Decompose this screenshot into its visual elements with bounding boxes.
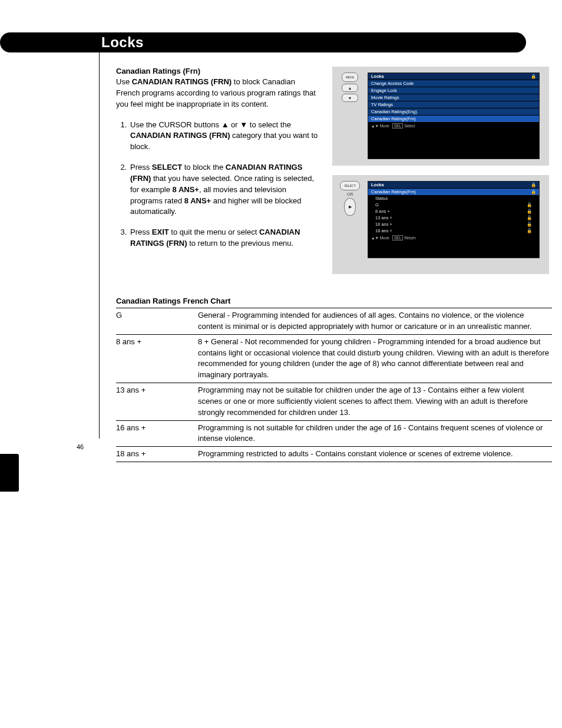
osd-title: Locks 🔒 <box>368 182 539 188</box>
remote-buttons-2: SELECT OR ▶ <box>337 181 363 216</box>
thumb-tab <box>0 454 19 492</box>
step-3: Press EXIT to quit the menu or select CA… <box>129 227 319 249</box>
page-number: 46 <box>77 443 84 450</box>
desc-cell: Programming restricted to adults - Conta… <box>198 447 552 462</box>
text: to select the <box>247 120 291 129</box>
text: Locks <box>371 182 384 187</box>
unlock-icon: 🔓 <box>527 209 532 214</box>
lock-icon: 🔒 <box>531 74 536 79</box>
text: G <box>375 202 379 207</box>
section-heading: Canadian Ratings (Frn) <box>116 67 319 75</box>
desc-cell: 8 + General - Not recommended for young … <box>198 334 552 383</box>
text: to return to the previous menu. <box>187 239 294 248</box>
osd-item-label: Engage Lock <box>371 88 397 93</box>
text-bold: 8 ANS+ <box>184 196 211 205</box>
text: Press <box>130 228 152 236</box>
body-text-column: Canadian Ratings (Frn) Use CANADIAN RATI… <box>116 67 319 259</box>
text: to quit the menu or select <box>169 228 259 236</box>
desc-cell: General - Programming intended for audie… <box>198 308 552 335</box>
osd-rating-row: 18 ans +🔓 <box>368 228 539 234</box>
osd-item-label: TV Ratings <box>371 102 393 107</box>
text: SEL <box>392 123 403 129</box>
table-row: 13 ans + Programming may not be suitable… <box>116 383 552 421</box>
text-bold: 8 ANS+ <box>173 185 199 194</box>
osd-hint: ▲▼ Move SEL Return <box>368 235 539 241</box>
text: SEL <box>392 235 403 241</box>
osd-rating-row: 16 ans +🔓 <box>368 221 539 228</box>
divider-vertical <box>99 49 100 439</box>
text: or <box>229 120 240 129</box>
unlock-icon: 🔓 <box>527 222 532 227</box>
osd-item: Engage Lock <box>368 87 539 94</box>
osd-item: Change Access Code <box>368 80 539 87</box>
chart-title: Canadian Ratings French Chart <box>116 297 527 305</box>
text: Locks <box>371 74 384 79</box>
text: Use <box>116 77 132 86</box>
title-bar: Locks <box>0 32 526 52</box>
osd-title: Locks 🔒 <box>368 73 539 80</box>
osd-screen-2: Locks 🔒 Canadian Ratings(Frn) 🔒 Status G… <box>368 181 540 258</box>
table-row: 8 ans + 8 + General - Not recommended fo… <box>116 334 552 383</box>
text: to block the <box>182 163 226 172</box>
remote-buttons-1: MENU ▲ ▼ <box>337 73 363 102</box>
osd-item: TV Ratings <box>368 101 539 108</box>
osd-item-label: Change Access Code <box>371 81 414 86</box>
osd-screen-1: Locks 🔒 Change Access Code Engage Lock M… <box>368 73 540 159</box>
osd-box-1: MENU ▲ ▼ Locks 🔒 Change Access Code Enga… <box>332 67 549 166</box>
osd-item-label: Canadian Ratings(Eng) <box>371 109 417 114</box>
desc-cell: Programming may not be suitable for chil… <box>198 383 552 421</box>
text-bold: CANADIAN RATINGS (FRN) <box>130 131 230 140</box>
down-arrow-icon: ▼ <box>240 120 247 129</box>
osd-subtitle: Canadian Ratings(Frn) 🔒 <box>368 189 539 195</box>
unlock-icon: 🔓 <box>527 202 532 207</box>
menu-button-icon: MENU <box>342 73 358 82</box>
intro-paragraph: Use CANADIAN RATINGS (FRN) to block Cana… <box>116 77 319 110</box>
up-button-icon: ▲ <box>342 84 358 92</box>
page: Locks Canadian Ratings (Frn) Use CANADIA… <box>0 0 562 462</box>
lock-icon: 🔒 <box>531 182 536 187</box>
osd-item-label: Canadian Ratings(Frn) <box>371 116 416 121</box>
text: 13 ans + <box>375 215 392 220</box>
unlock-icon: 🔓 <box>527 228 532 233</box>
table-row: 18 ans + Programming restricted to adult… <box>116 447 552 462</box>
down-button-icon: ▼ <box>342 94 358 102</box>
text-bold: CANADIAN RATINGS (FRN) <box>132 77 232 86</box>
step-2: Press SELECT to block the CANADIAN RATIN… <box>129 162 319 218</box>
osd-item: Canadian Ratings(Eng) <box>368 108 539 115</box>
ratings-table: G General - Programming intended for aud… <box>116 308 552 462</box>
or-label: OR <box>347 192 353 196</box>
table-row: G General - Programming intended for aud… <box>116 308 552 335</box>
text-bold: SELECT <box>152 163 182 172</box>
select-button-icon: SELECT <box>340 181 360 190</box>
steps-list: Use the CURSOR buttons ▲ or ▼ to select … <box>116 120 319 249</box>
text: 8 ans + <box>375 209 390 214</box>
desc-cell: Programming is not suitable for children… <box>198 420 552 447</box>
text: Return <box>404 236 416 240</box>
osd-hint: ▲▼ Move SEL Select <box>368 123 539 129</box>
text: 18 ans + <box>375 228 392 233</box>
table-row: 16 ans + Programming is not suitable for… <box>116 420 552 447</box>
text-bold: EXIT <box>152 228 169 236</box>
osd-item: Movie Ratings <box>368 94 539 101</box>
text: Press <box>130 163 152 172</box>
lock-icon: 🔒 <box>531 189 536 195</box>
rating-cell: 16 ans + <box>116 420 198 447</box>
unlock-icon: 🔓 <box>527 215 532 220</box>
osd-box-2: SELECT OR ▶ Locks 🔒 Canadian Ratings(Frn… <box>332 175 549 274</box>
osd-rating-row: G🔓 <box>368 202 539 208</box>
right-button-icon: ▶ <box>344 198 356 216</box>
osd-item-highlighted: Canadian Ratings(Frn) <box>368 116 539 122</box>
text: Status <box>375 196 388 201</box>
page-title: Locks <box>0 32 526 52</box>
up-arrow-icon: ▲ <box>222 120 229 129</box>
rating-cell: 13 ans + <box>116 383 198 421</box>
osd-item-label: Movie Ratings <box>371 95 399 100</box>
osd-rating-row: 8 ans +🔓 <box>368 208 539 215</box>
text: Canadian Ratings(Frn) <box>371 189 416 195</box>
text: Move <box>380 236 389 240</box>
step-1: Use the CURSOR buttons ▲ or ▼ to select … <box>129 120 319 153</box>
text: 16 ans + <box>375 222 392 227</box>
text: Select <box>404 124 415 128</box>
osd-rating-row: 13 ans +🔓 <box>368 215 539 221</box>
rating-cell: 18 ans + <box>116 447 198 462</box>
